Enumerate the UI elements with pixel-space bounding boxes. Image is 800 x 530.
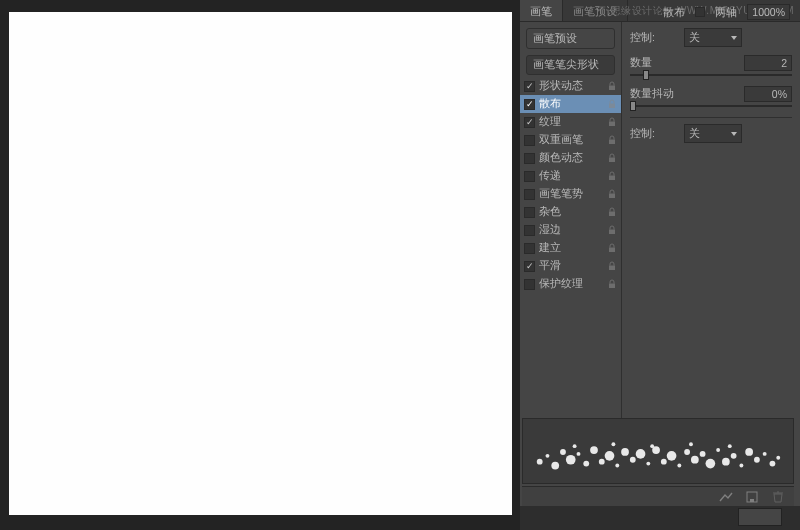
control-2-select[interactable]: 关 <box>684 124 742 143</box>
count-jitter-row: 数量抖动 0% <box>630 86 792 107</box>
brush-preset-button[interactable]: 画笔预设 <box>526 28 615 49</box>
option-row-2[interactable]: 纹理 <box>520 113 621 131</box>
option-label: 保护纹理 <box>539 277 603 291</box>
option-row-6[interactable]: 画笔笔势 <box>520 185 621 203</box>
option-checkbox[interactable] <box>524 261 535 272</box>
option-checkbox[interactable] <box>524 189 535 200</box>
svg-rect-2 <box>609 122 615 127</box>
control-1-select[interactable]: 关 <box>684 28 742 47</box>
lock-icon[interactable] <box>607 99 617 109</box>
svg-point-35 <box>716 448 720 452</box>
lock-icon[interactable] <box>607 189 617 199</box>
svg-point-36 <box>722 458 730 466</box>
option-checkbox[interactable] <box>524 207 535 218</box>
svg-point-31 <box>684 449 690 455</box>
toggle-preview-icon[interactable] <box>718 489 734 505</box>
svg-point-42 <box>770 461 776 467</box>
svg-point-26 <box>646 462 650 466</box>
both-axes-checkbox[interactable] <box>695 7 705 17</box>
svg-point-43 <box>776 456 780 460</box>
option-checkbox[interactable] <box>524 81 535 92</box>
brush-tip-shape-label[interactable]: 画笔笔尖形状 <box>526 55 615 75</box>
lock-icon[interactable] <box>607 153 617 163</box>
count-label: 数量 <box>630 55 652 71</box>
scatter-percent-field[interactable]: 1000% <box>747 4 790 20</box>
svg-point-15 <box>560 449 566 455</box>
count-jitter-slider[interactable] <box>630 105 792 107</box>
option-label: 传递 <box>539 169 603 183</box>
option-row-10[interactable]: 平滑 <box>520 257 621 275</box>
lock-icon[interactable] <box>607 279 617 289</box>
option-row-9[interactable]: 建立 <box>520 239 621 257</box>
option-row-11[interactable]: 保护纹理 <box>520 275 621 293</box>
option-checkbox[interactable] <box>524 153 535 164</box>
svg-rect-50 <box>750 499 754 502</box>
panel-bottom-bar <box>522 486 794 506</box>
scatter-header: 散布 两轴 1000% <box>663 4 790 20</box>
svg-rect-5 <box>609 176 615 181</box>
lock-icon[interactable] <box>607 261 617 271</box>
option-checkbox[interactable] <box>524 279 535 290</box>
option-row-3[interactable]: 双重画笔 <box>520 131 621 149</box>
svg-point-44 <box>573 444 577 448</box>
option-label: 平滑 <box>539 259 603 273</box>
control-2-label: 控制: <box>630 127 678 141</box>
control-label: 控制: <box>630 31 678 45</box>
svg-rect-4 <box>609 158 615 163</box>
lock-icon[interactable] <box>607 135 617 145</box>
svg-point-30 <box>677 464 681 468</box>
svg-point-16 <box>566 455 576 465</box>
option-checkbox[interactable] <box>524 225 535 236</box>
svg-point-13 <box>546 454 550 458</box>
option-checkbox[interactable] <box>524 243 535 254</box>
svg-point-23 <box>621 448 629 456</box>
lock-icon[interactable] <box>607 171 617 181</box>
svg-point-37 <box>731 453 737 459</box>
lock-icon[interactable] <box>607 243 617 253</box>
trash-icon[interactable] <box>770 489 786 505</box>
svg-point-32 <box>691 456 699 464</box>
lock-icon[interactable] <box>607 81 617 91</box>
option-row-4[interactable]: 颜色动态 <box>520 149 621 167</box>
option-row-5[interactable]: 传递 <box>520 167 621 185</box>
count-jitter-field[interactable]: 0% <box>744 86 792 102</box>
svg-point-34 <box>706 459 716 469</box>
svg-rect-11 <box>609 284 615 289</box>
option-checkbox[interactable] <box>524 171 535 182</box>
svg-point-20 <box>599 459 605 465</box>
new-preset-icon[interactable] <box>744 489 760 505</box>
option-checkbox[interactable] <box>524 99 535 110</box>
option-row-0[interactable]: 形状动态 <box>520 77 621 95</box>
option-label: 湿边 <box>539 223 603 237</box>
control-1-value: 关 <box>689 30 700 45</box>
lock-icon[interactable] <box>607 207 617 217</box>
control-row-2: 控制: 关 <box>630 124 792 143</box>
svg-point-40 <box>754 457 760 463</box>
option-row-1[interactable]: 散布 <box>520 95 621 113</box>
svg-point-19 <box>590 446 598 454</box>
document-canvas[interactable] <box>9 12 512 515</box>
option-label: 颜色动态 <box>539 151 603 165</box>
collapsed-panel[interactable] <box>738 508 782 526</box>
option-checkbox[interactable] <box>524 117 535 128</box>
brush-options-list: 画笔预设 画笔笔尖形状 形状动态散布纹理双重画笔颜色动态传递画笔笔势杂色湿边建立… <box>520 22 622 420</box>
lock-icon[interactable] <box>607 117 617 127</box>
svg-point-18 <box>583 461 589 467</box>
option-checkbox[interactable] <box>524 135 535 146</box>
count-slider-thumb[interactable] <box>643 70 649 80</box>
control-row-1: 控制: 关 <box>630 28 792 47</box>
svg-point-48 <box>728 444 732 448</box>
lock-icon[interactable] <box>607 225 617 235</box>
count-row: 数量 2 <box>630 55 792 76</box>
count-slider[interactable] <box>630 74 792 76</box>
svg-rect-3 <box>609 140 615 145</box>
svg-point-28 <box>661 459 667 465</box>
option-row-8[interactable]: 湿边 <box>520 221 621 239</box>
control-2-value: 关 <box>689 126 700 141</box>
tab-brush[interactable]: 画笔 <box>520 0 563 21</box>
svg-rect-7 <box>609 212 615 217</box>
count-field[interactable]: 2 <box>744 55 792 71</box>
app-bottom-strip <box>520 506 800 530</box>
option-row-7[interactable]: 杂色 <box>520 203 621 221</box>
count-jitter-slider-thumb[interactable] <box>630 101 636 111</box>
